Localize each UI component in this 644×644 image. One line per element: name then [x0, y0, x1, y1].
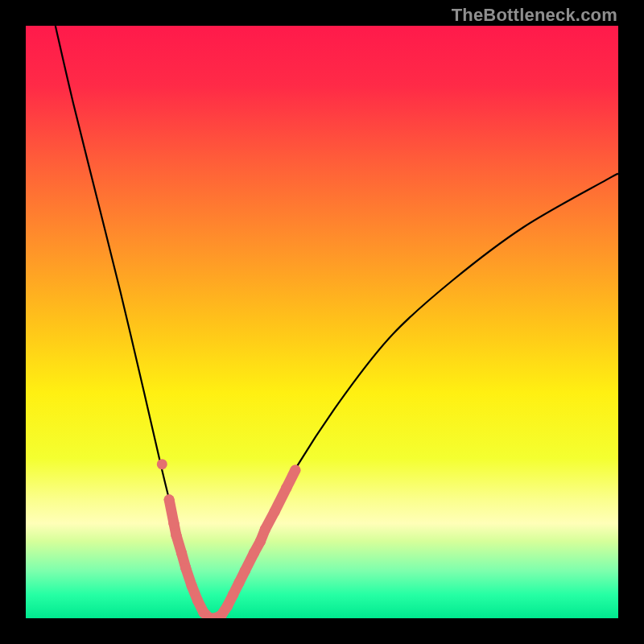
watermark-text: TheBottleneck.com [452, 5, 617, 26]
marker-dot [222, 601, 233, 612]
marker-dot [249, 548, 259, 559]
marker-dot [240, 566, 250, 576]
curve-layer [26, 26, 618, 618]
marker-dot [164, 494, 175, 505]
marker-dot [228, 589, 238, 600]
marker-dot [171, 530, 181, 540]
marker-dot [270, 506, 280, 517]
marker-dot [169, 518, 180, 529]
marker-dot [281, 483, 291, 493]
marker-dot [187, 580, 197, 591]
marker-dot [157, 459, 167, 469]
marker-dot [290, 465, 300, 476]
marker-group [157, 459, 301, 618]
marker-dot [180, 563, 191, 573]
marker-dot [192, 595, 203, 605]
marker-dot [233, 577, 244, 588]
chart-frame: TheBottleneck.com [0, 0, 644, 644]
marker-dot [255, 536, 266, 547]
marker-dot [260, 524, 270, 535]
marker-dot [176, 548, 187, 559]
bottleneck-curve [56, 26, 618, 618]
plot-area [26, 26, 618, 618]
